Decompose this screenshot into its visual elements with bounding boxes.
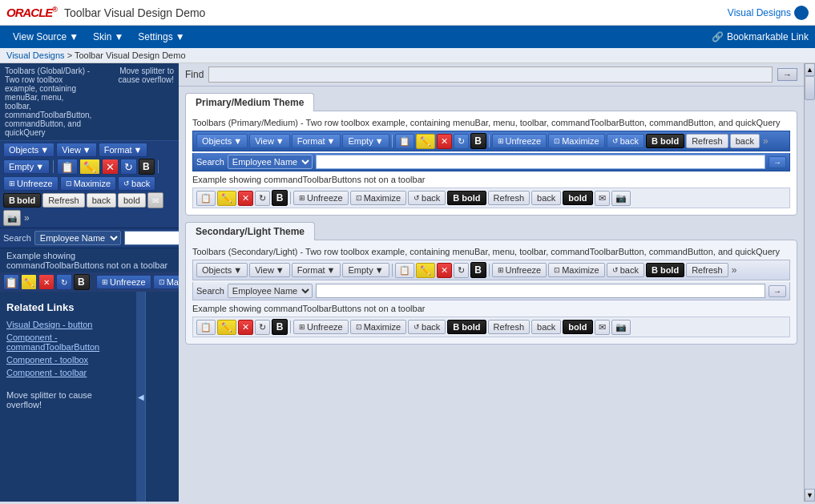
sec-cmd-bold-2[interactable]: bold bbox=[563, 320, 592, 334]
sec-cmd-unfreeze[interactable]: ⊞ Unfreeze bbox=[293, 320, 349, 334]
overflow-btn-1[interactable]: » bbox=[22, 212, 31, 224]
refresh-btn-1[interactable]: Refresh bbox=[42, 193, 85, 208]
sec-cmd-back-1[interactable]: ↺ back bbox=[408, 320, 446, 334]
find-input[interactable] bbox=[208, 67, 773, 83]
pm-back-1[interactable]: ↺ back bbox=[607, 134, 644, 148]
sec-search-select[interactable]: Employee Name bbox=[228, 284, 313, 298]
icon-btn-4[interactable]: ↻ bbox=[120, 159, 137, 175]
pm-cmd-back-2[interactable]: back bbox=[531, 191, 561, 205]
nav-view-source[interactable]: View Source ▼ bbox=[6, 28, 85, 46]
icon-btn-2[interactable]: ✏️ bbox=[79, 159, 100, 175]
pm-icon2[interactable]: ✏️ bbox=[416, 134, 435, 149]
secondary-theme-tab[interactable]: Secondary/Light Theme bbox=[185, 222, 315, 240]
sec-bold-B[interactable]: B bbox=[470, 262, 486, 278]
sidebar-link-4[interactable]: Component - toolbar bbox=[6, 368, 130, 377]
pm-cmd-unfreeze[interactable]: ⊞ Unfreeze bbox=[293, 191, 349, 205]
pm-cmd-camera[interactable]: 📷 bbox=[611, 191, 631, 206]
cmd-bold-B[interactable]: B bbox=[74, 274, 90, 290]
search-select[interactable]: Employee Name bbox=[34, 231, 121, 245]
pm-maximize[interactable]: ⊡ Maximize bbox=[548, 134, 604, 148]
sec-cmd-icon2[interactable]: ✏️ bbox=[217, 320, 236, 335]
pm-cmd-icon3[interactable]: ✕ bbox=[238, 191, 253, 206]
pm-bold-1[interactable]: B bold bbox=[646, 134, 684, 148]
pm-search-input[interactable] bbox=[316, 155, 765, 169]
pm-cmd-refresh[interactable]: Refresh bbox=[488, 191, 531, 205]
pm-icon3[interactable]: ✕ bbox=[437, 134, 452, 149]
bookmarkable-link[interactable]: 🔗 Bookmarkable Link bbox=[712, 31, 809, 42]
icon-btn-1[interactable]: 📋 bbox=[57, 159, 78, 175]
pm-cmd-icon4[interactable]: ↻ bbox=[255, 191, 270, 206]
email-icon-btn[interactable]: ✉ bbox=[147, 192, 163, 208]
bold-btn-2[interactable]: bold bbox=[118, 193, 146, 208]
search-input[interactable] bbox=[124, 231, 179, 245]
sec-empty-btn[interactable]: Empty ▼ bbox=[342, 263, 389, 277]
sec-search-input[interactable] bbox=[316, 284, 765, 298]
pm-back-2[interactable]: back bbox=[730, 134, 760, 148]
sec-refresh[interactable]: Refresh bbox=[686, 263, 728, 277]
pm-cmd-back-1[interactable]: ↺ back bbox=[408, 191, 446, 205]
pm-cmd-bold-B[interactable]: B bbox=[272, 190, 288, 206]
sec-cmd-refresh[interactable]: Refresh bbox=[488, 320, 531, 334]
sec-unfreeze[interactable]: ⊞ Unfreeze bbox=[492, 263, 547, 277]
sec-cmd-icon4[interactable]: ↻ bbox=[255, 320, 270, 335]
sec-icon1[interactable]: 📋 bbox=[395, 263, 414, 278]
bold-B-btn[interactable]: B bbox=[139, 159, 155, 175]
pm-cmd-bold-2[interactable]: bold bbox=[563, 191, 592, 205]
sec-icon2[interactable]: ✏️ bbox=[416, 263, 435, 278]
primary-theme-tab[interactable]: Primary/Medium Theme bbox=[185, 93, 314, 111]
objects-menu-btn[interactable]: Objects ▼ bbox=[3, 143, 54, 157]
pm-overflow[interactable]: » bbox=[761, 135, 770, 147]
pm-cmd-icon2[interactable]: ✏️ bbox=[217, 191, 236, 206]
sidebar-link-2[interactable]: Component - commandToolbarButton bbox=[6, 333, 130, 352]
camera-icon-btn[interactable]: 📷 bbox=[3, 210, 21, 226]
breadcrumb-root[interactable]: Visual Designs bbox=[6, 50, 65, 60]
sec-objects-btn[interactable]: Objects ▼ bbox=[196, 263, 248, 277]
cmd-maximize[interactable]: ⊡ Maximize bbox=[153, 275, 179, 289]
pm-objects-btn[interactable]: Objects ▼ bbox=[196, 134, 248, 148]
sec-format-btn[interactable]: Format ▼ bbox=[292, 263, 341, 277]
pm-bold-B[interactable]: B bbox=[470, 133, 486, 149]
pm-cmd-email[interactable]: ✉ bbox=[595, 191, 610, 206]
pm-icon1[interactable]: 📋 bbox=[395, 134, 414, 149]
sec-cmd-icon1[interactable]: 📋 bbox=[196, 320, 216, 335]
pm-search-select[interactable]: Employee Name bbox=[228, 155, 313, 169]
cmd-icon-4[interactable]: ↻ bbox=[56, 274, 72, 290]
sec-cmd-bold-1[interactable]: B bold bbox=[447, 320, 486, 334]
sec-cmd-camera[interactable]: 📷 bbox=[611, 320, 631, 335]
unfreeze-btn[interactable]: ⊞ Unfreeze bbox=[3, 176, 59, 191]
sec-cmd-bold-B[interactable]: B bbox=[272, 319, 288, 335]
sidebar-link-1[interactable]: Visual Design - button bbox=[6, 320, 130, 329]
icon-btn-3[interactable]: ✕ bbox=[102, 159, 119, 175]
sec-view-btn[interactable]: View ▼ bbox=[249, 263, 290, 277]
pm-cmd-bold-1[interactable]: B bold bbox=[447, 191, 486, 205]
back-btn-1[interactable]: ↺ back bbox=[118, 176, 155, 191]
nav-skin[interactable]: Skin ▼ bbox=[87, 28, 130, 46]
vscroll-thumb[interactable] bbox=[805, 76, 815, 100]
cmd-unfreeze[interactable]: ⊞ Unfreeze bbox=[96, 275, 151, 289]
sec-back-1[interactable]: ↺ back bbox=[607, 263, 644, 277]
vscroll-up-btn[interactable]: ▲ bbox=[805, 63, 815, 76]
view-menu-btn[interactable]: View ▼ bbox=[56, 143, 97, 157]
bold-btn-1[interactable]: B bold bbox=[3, 193, 41, 208]
pm-format-btn[interactable]: Format ▼ bbox=[292, 134, 341, 148]
pm-cmd-maximize[interactable]: ⊡ Maximize bbox=[350, 191, 406, 205]
pm-empty-btn[interactable]: Empty ▼ bbox=[342, 134, 389, 148]
sec-cmd-email[interactable]: ✉ bbox=[595, 320, 610, 335]
sec-search-go[interactable]: → bbox=[769, 285, 786, 297]
sec-icon4[interactable]: ↻ bbox=[454, 263, 469, 278]
nav-settings[interactable]: Settings ▼ bbox=[131, 28, 191, 46]
back-btn-2[interactable]: back bbox=[87, 193, 116, 208]
sec-cmd-icon3[interactable]: ✕ bbox=[238, 320, 253, 335]
sidebar-link-3[interactable]: Component - toolbox bbox=[6, 355, 130, 365]
pm-unfreeze[interactable]: ⊞ Unfreeze bbox=[492, 134, 547, 148]
visual-designs-link[interactable]: Visual Designs bbox=[728, 6, 809, 20]
format-menu-btn[interactable]: Format ▼ bbox=[99, 143, 148, 157]
pm-search-go[interactable]: → bbox=[769, 156, 786, 168]
sec-cmd-maximize[interactable]: ⊡ Maximize bbox=[350, 320, 406, 334]
sec-cmd-back-2[interactable]: back bbox=[531, 320, 561, 334]
sec-bold-1[interactable]: B bold bbox=[646, 263, 684, 277]
sec-maximize[interactable]: ⊡ Maximize bbox=[548, 263, 604, 277]
pm-cmd-icon1[interactable]: 📋 bbox=[196, 191, 216, 206]
pm-refresh[interactable]: Refresh bbox=[686, 134, 728, 148]
pm-icon4[interactable]: ↻ bbox=[454, 134, 469, 149]
